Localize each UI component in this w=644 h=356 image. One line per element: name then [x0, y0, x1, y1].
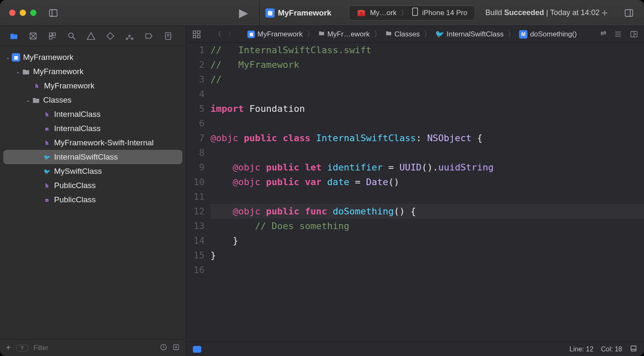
tree-file-internalclass[interactable]: mInternalClass — [0, 121, 186, 136]
tree-group[interactable]: ⌄ MyFramework — [0, 64, 186, 79]
tree-label: PublicClass — [54, 195, 96, 204]
navigator-sidebar: ⌄ ▦ MyFramework ⌄ MyFramework h MyFramew… — [0, 26, 186, 356]
jump-label: doSomething() — [530, 30, 577, 39]
svg-point-15 — [126, 38, 128, 39]
scheme-icon: 🧰 — [357, 8, 366, 17]
filter-scope-button[interactable] — [16, 345, 29, 351]
symbol-navigator-icon[interactable] — [48, 31, 57, 41]
tree-file-myswiftclass[interactable]: 🐦MySwiftClass — [0, 164, 186, 178]
code-lines[interactable]: // InternalSwiftClass.swift// MyFramewor… — [210, 43, 644, 342]
chevron-right-icon: 〉 — [307, 29, 314, 39]
add-button[interactable]: + — [600, 8, 610, 18]
chevron-down-icon[interactable]: ⌄ — [6, 54, 12, 60]
svg-rect-38 — [631, 346, 636, 351]
jump-seg-classes[interactable]: Classes — [385, 30, 420, 39]
chevron-down-icon[interactable]: ⌄ — [26, 97, 32, 103]
svg-rect-9 — [53, 33, 55, 35]
tree-file-myframework-swift-internal[interactable]: hMyFramework-Swift-Internal — [0, 136, 186, 150]
issue-navigator-icon[interactable] — [86, 31, 96, 41]
zoom-window-button[interactable] — [30, 10, 36, 16]
swift-file-icon: 🐦 — [43, 153, 51, 161]
tree-label: MySwiftClass — [54, 167, 102, 176]
svg-rect-2 — [413, 8, 418, 15]
forward-button[interactable]: 〉 — [226, 30, 236, 39]
device-icon — [412, 8, 418, 18]
navigator-filter-bar: + — [0, 339, 186, 356]
filter-input[interactable] — [34, 344, 155, 352]
lines-icon[interactable] — [614, 29, 622, 39]
add-editor-icon[interactable] — [630, 29, 638, 39]
run-button[interactable]: ▶ — [239, 6, 259, 20]
report-navigator-icon[interactable] — [164, 31, 173, 41]
library-toggle-icon[interactable] — [624, 8, 634, 18]
jump-label: InternalSwiftClass — [447, 30, 504, 39]
minimize-window-button[interactable] — [20, 10, 26, 16]
editor-statusbar: Line: 12 Col: 18 — [186, 342, 644, 356]
folder-icon — [22, 67, 30, 76]
svg-rect-29 — [193, 35, 196, 37]
project-title-label: MyFramework — [278, 8, 332, 18]
source-editor[interactable]: 12345678910111213141516 // InternalSwift… — [186, 43, 644, 342]
scm-filter-icon[interactable] — [172, 343, 180, 353]
swap-icon[interactable]: ⇄ — [600, 29, 606, 39]
chevron-down-icon[interactable]: ⌄ — [16, 69, 22, 75]
jump-label: Classes — [395, 30, 420, 39]
project-navigator-icon[interactable] — [9, 31, 18, 41]
swift-file-icon: 🐦 — [43, 167, 51, 175]
jump-label: MyFr…ework — [327, 30, 370, 39]
related-items-icon[interactable] — [192, 30, 201, 39]
tree-project-root[interactable]: ⌄ ▦ MyFramework — [0, 50, 186, 64]
debug-bar-indicator[interactable] — [193, 346, 201, 353]
window-toolbar: ▶ ▦ MyFramework 🧰 My…ork 〉 iPhone 14 Pro… — [0, 0, 644, 26]
svg-rect-28 — [197, 31, 200, 33]
svg-rect-0 — [49, 10, 57, 16]
svg-rect-10 — [49, 36, 52, 39]
svg-rect-8 — [49, 33, 52, 35]
cursor-line-label: Line: 12 — [569, 346, 593, 353]
debug-navigator-icon[interactable] — [125, 31, 134, 41]
swift-file-icon: 🐦 — [435, 30, 444, 39]
tree-label: InternalClass — [54, 124, 101, 133]
status-result: Succeeded — [504, 8, 544, 17]
folder-icon — [32, 96, 40, 104]
tree-group-classes[interactable]: ⌄ Classes — [0, 93, 186, 107]
breakpoint-navigator-icon[interactable] — [144, 31, 153, 41]
tree-label: Classes — [43, 95, 72, 105]
toolbar-right: + — [600, 8, 644, 18]
jump-seg-symbol[interactable]: M doSomething() — [519, 30, 577, 39]
scheme-selector[interactable]: 🧰 My…ork 〉 iPhone 14 Pro — [349, 5, 475, 21]
tree-file-publicclass[interactable]: mPublicClass — [0, 193, 186, 207]
find-navigator-icon[interactable] — [67, 31, 76, 41]
minimap-toggle-icon[interactable] — [630, 345, 637, 354]
tree-file-publicclass[interactable]: hPublicClass — [0, 178, 186, 193]
header-file-icon: h — [43, 139, 51, 147]
tree-file-internalclass[interactable]: hInternalClass — [0, 107, 186, 121]
jump-seg-project[interactable]: ▦ MyFramework — [247, 30, 303, 39]
close-window-button[interactable] — [9, 10, 16, 16]
add-target-button[interactable]: + — [6, 343, 11, 353]
line-gutter: 12345678910111213141516 — [186, 43, 210, 342]
header-file-icon: h — [43, 110, 51, 119]
tree-label: MyFramework-Swift-Internal — [54, 138, 154, 147]
tree-file-header[interactable]: h MyFramework — [0, 79, 186, 93]
method-icon: M — [519, 30, 527, 39]
tree-label: InternalSwiftClass — [54, 152, 118, 162]
project-icon: ▦ — [12, 53, 20, 62]
recent-filter-icon[interactable] — [160, 343, 167, 353]
test-navigator-icon[interactable] — [106, 31, 115, 41]
source-control-navigator-icon[interactable] — [29, 31, 38, 41]
header-file-icon: h — [33, 82, 41, 90]
status-time: Today at 14:02 — [550, 8, 600, 17]
sidebar-toggle-icon[interactable] — [48, 8, 58, 18]
jump-seg-file[interactable]: 🐦 InternalSwiftClass — [435, 30, 504, 39]
status-prefix: Build — [485, 8, 502, 17]
scheme-label: My…ork — [370, 9, 396, 17]
back-button[interactable]: 〈 — [213, 30, 222, 39]
chevron-right-icon: 〉 — [401, 8, 408, 18]
editor-area: 〈 〉 ▦ MyFramework 〉 MyFr…ework 〉 Classes… — [186, 26, 644, 356]
project-icon: ▦ — [265, 8, 275, 18]
svg-rect-3 — [625, 10, 633, 16]
project-icon: ▦ — [247, 31, 255, 38]
tree-file-internalswiftclass[interactable]: 🐦InternalSwiftClass — [3, 150, 182, 164]
jump-seg-group[interactable]: MyFr…ework — [318, 30, 370, 39]
